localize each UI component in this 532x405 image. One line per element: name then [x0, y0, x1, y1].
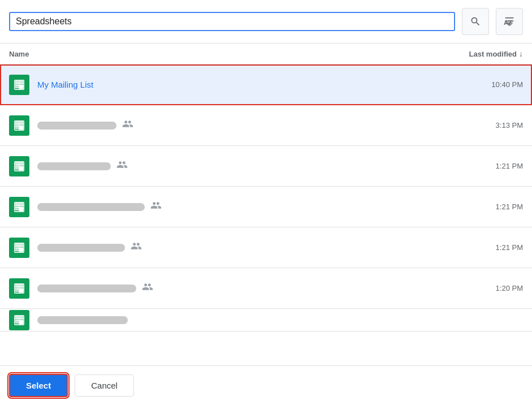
file-info: [37, 316, 410, 324]
spreadsheet-icon: [9, 156, 29, 176]
select-button[interactable]: Select: [9, 374, 68, 397]
search-input-wrapper[interactable]: [9, 12, 455, 31]
column-headers: Name Last modified ↓: [0, 44, 532, 64]
col-modified-label: Last modified: [469, 50, 517, 58]
cancel-button[interactable]: Cancel: [75, 374, 134, 397]
shared-icon: [116, 159, 128, 173]
file-modified-time: 1:21 PM: [410, 202, 523, 211]
file-list: My Mailing List10:40 PM 3:13 PM 1:21 PM …: [0, 64, 532, 365]
file-row[interactable]: My Mailing List10:40 PM: [0, 64, 532, 105]
search-input[interactable]: [16, 16, 448, 27]
file-info: My Mailing List: [37, 80, 410, 89]
file-name-placeholder: [37, 122, 116, 130]
spreadsheet-icon: [9, 238, 29, 258]
spreadsheet-icon: [9, 278, 29, 299]
spreadsheet-icon: [9, 75, 29, 95]
sort-az-icon: AZ: [503, 15, 516, 28]
file-modified-time: 1:21 PM: [410, 243, 523, 252]
shared-icon: [131, 240, 142, 255]
file-name-placeholder: [37, 244, 125, 252]
spreadsheet-icon: [9, 310, 29, 330]
file-row[interactable]: [0, 309, 532, 331]
file-info: [37, 118, 410, 132]
shared-icon: [122, 118, 133, 132]
file-name: My Mailing List: [37, 80, 93, 89]
col-name-header: Name: [9, 50, 410, 58]
file-modified-time: 3:13 PM: [410, 121, 523, 130]
file-row[interactable]: 1:21 PM: [0, 187, 532, 227]
file-row[interactable]: 3:13 PM: [0, 105, 532, 146]
sort-button[interactable]: AZ: [496, 8, 523, 35]
svg-text:AZ: AZ: [504, 19, 512, 26]
file-info: [37, 240, 410, 255]
file-row[interactable]: 1:20 PM: [0, 268, 532, 309]
shared-icon: [150, 200, 162, 214]
spreadsheet-icon: [9, 115, 29, 136]
file-info: [37, 200, 410, 214]
search-button[interactable]: [462, 8, 489, 35]
col-modified-header[interactable]: Last modified ↓: [410, 49, 523, 58]
file-name-placeholder: [37, 285, 136, 292]
file-row[interactable]: 1:21 PM: [0, 227, 532, 268]
file-name-placeholder: [37, 316, 128, 324]
spreadsheet-icon: [9, 197, 29, 217]
shared-icon: [142, 281, 153, 295]
search-icon: [470, 16, 481, 27]
file-modified-time: 1:21 PM: [410, 162, 523, 170]
spreadsheet-picker-dialog: AZ Name Last modified ↓ My Mailing List1…: [0, 0, 532, 405]
sort-down-arrow: ↓: [519, 49, 523, 58]
file-name-placeholder: [37, 203, 145, 211]
file-row[interactable]: 1:21 PM: [0, 146, 532, 187]
file-modified-time: 1:20 PM: [410, 284, 523, 292]
file-name-placeholder: [37, 162, 111, 170]
dialog-header: AZ: [0, 0, 532, 44]
file-info: [37, 159, 410, 173]
file-modified-time: 10:40 PM: [410, 80, 523, 89]
file-info: [37, 281, 410, 295]
dialog-footer: Select Cancel: [0, 365, 532, 405]
